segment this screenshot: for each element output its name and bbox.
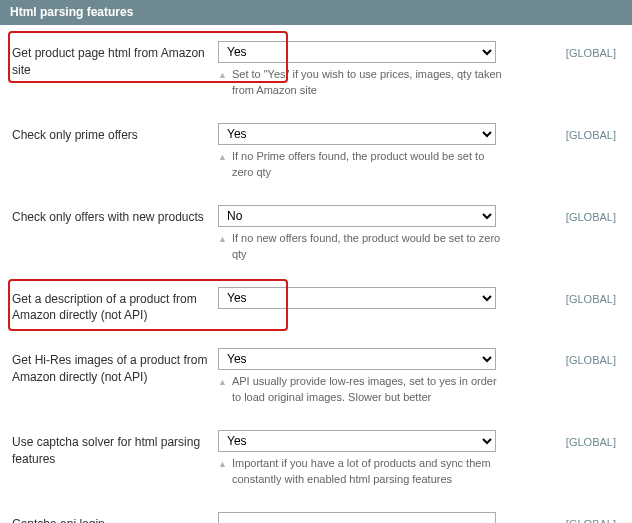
field-row: Captcha api login ▲ Use this website to … <box>12 504 620 523</box>
hint-text: If no new offers found, the product woul… <box>232 231 502 263</box>
field-value-col: Yes ▲ If no Prime offers found, the prod… <box>218 123 502 181</box>
field-label: Use captcha solver for html parsing feat… <box>12 430 218 468</box>
field-row: Check only prime offers Yes ▲ If no Prim… <box>12 115 620 197</box>
field-row: Check only offers with new products No ▲… <box>12 197 620 279</box>
hint-icon: ▲ <box>218 458 227 471</box>
field-label: Captcha api login <box>12 512 218 523</box>
field-label: Check only offers with new products <box>12 205 218 226</box>
field-value-col: Yes ▲ Set to "Yes" if you wish to use pr… <box>218 41 502 99</box>
scope-label: [GLOBAL] <box>502 287 620 305</box>
field-hint: ▲ If no new offers found, the product wo… <box>218 231 502 263</box>
hint-text: If no Prime offers found, the product wo… <box>232 149 502 181</box>
scope-label: [GLOBAL] <box>502 205 620 223</box>
scope-label: [GLOBAL] <box>502 123 620 141</box>
captcha-solver-select[interactable]: Yes <box>218 430 496 452</box>
get-product-page-select[interactable]: Yes <box>218 41 496 63</box>
field-label: Check only prime offers <box>12 123 218 144</box>
section-title: Html parsing features <box>10 5 133 19</box>
field-row: Get Hi-Res images of a product from Amaz… <box>12 340 620 422</box>
hint-icon: ▲ <box>218 151 227 164</box>
captcha-login-input[interactable] <box>218 512 496 523</box>
field-value-col: Yes <box>218 287 502 309</box>
field-value-col: ▲ Use this website to obtain login and p… <box>218 512 502 523</box>
field-row: Get product page html from Amazon site Y… <box>12 33 620 115</box>
get-description-select[interactable]: Yes <box>218 287 496 309</box>
check-prime-offers-select[interactable]: Yes <box>218 123 496 145</box>
scope-label: [GLOBAL] <box>502 430 620 448</box>
field-hint: ▲ If no Prime offers found, the product … <box>218 149 502 181</box>
field-value-col: No ▲ If no new offers found, the product… <box>218 205 502 263</box>
hint-text: Set to "Yes" if you wish to use prices, … <box>232 67 502 99</box>
field-value-col: Yes ▲ API usually provide low-res images… <box>218 348 502 406</box>
field-row: Use captcha solver for html parsing feat… <box>12 422 620 504</box>
hint-icon: ▲ <box>218 69 227 82</box>
scope-label: [GLOBAL] <box>502 512 620 523</box>
form-area: Get product page html from Amazon site Y… <box>0 25 632 523</box>
scope-label: [GLOBAL] <box>502 348 620 366</box>
check-new-offers-select[interactable]: No <box>218 205 496 227</box>
field-value-col: Yes ▲ Important if you have a lot of pro… <box>218 430 502 488</box>
field-hint: ▲ API usually provide low-res images, se… <box>218 374 502 406</box>
field-label: Get product page html from Amazon site <box>12 41 218 79</box>
hint-icon: ▲ <box>218 233 227 246</box>
scope-label: [GLOBAL] <box>502 41 620 59</box>
get-hires-images-select[interactable]: Yes <box>218 348 496 370</box>
section-header: Html parsing features <box>0 0 632 25</box>
field-hint: ▲ Set to "Yes" if you wish to use prices… <box>218 67 502 99</box>
hint-text: Important if you have a lot of products … <box>232 456 502 488</box>
field-label: Get Hi-Res images of a product from Amaz… <box>12 348 218 386</box>
hint-text: API usually provide low-res images, set … <box>232 374 502 406</box>
hint-icon: ▲ <box>218 376 227 389</box>
field-row: Get a description of a product from Amaz… <box>12 279 620 341</box>
field-label: Get a description of a product from Amaz… <box>12 287 218 325</box>
field-hint: ▲ Important if you have a lot of product… <box>218 456 502 488</box>
